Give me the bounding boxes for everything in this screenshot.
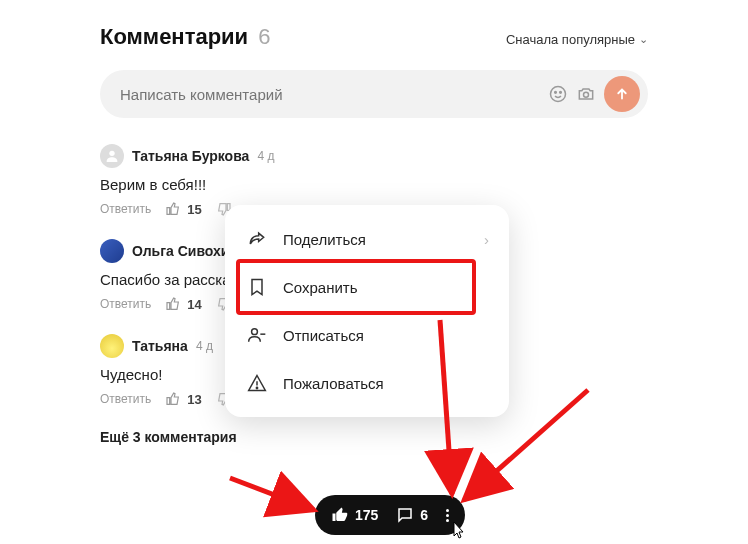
more-icon — [446, 509, 449, 512]
svg-line-9 — [230, 478, 314, 510]
menu-save[interactable]: Сохранить — [225, 263, 509, 311]
svg-point-1 — [555, 92, 557, 94]
context-menu: Поделиться › Сохранить Отписаться Пожало… — [225, 205, 509, 417]
menu-report[interactable]: Пожаловаться — [225, 359, 509, 407]
sort-label: Сначала популярные — [506, 32, 635, 47]
more-icon — [446, 514, 449, 517]
reply-button[interactable]: Ответить — [100, 297, 151, 311]
comment-author[interactable]: Татьяна — [132, 338, 188, 354]
share-icon — [247, 229, 267, 249]
svg-point-4 — [109, 151, 114, 156]
thumb-up-icon — [331, 506, 349, 524]
pill-like-button[interactable]: 175 — [331, 506, 378, 524]
person-remove-icon — [247, 325, 267, 345]
more-icon — [446, 519, 449, 522]
menu-unsubscribe[interactable]: Отписаться — [225, 311, 509, 359]
menu-unsubscribe-label: Отписаться — [283, 327, 364, 344]
bookmark-icon — [247, 277, 267, 297]
svg-point-2 — [560, 92, 562, 94]
emoji-icon[interactable] — [544, 80, 572, 108]
like-button[interactable]: 14 — [165, 296, 201, 312]
camera-icon[interactable] — [572, 80, 600, 108]
like-count: 14 — [187, 297, 201, 312]
menu-save-label: Сохранить — [283, 279, 358, 296]
thumb-up-icon — [165, 296, 181, 312]
reply-button[interactable]: Ответить — [100, 392, 151, 406]
svg-point-3 — [584, 92, 589, 97]
avatar[interactable] — [100, 239, 124, 263]
action-bar: 175 6 — [315, 495, 465, 535]
pill-more-button[interactable] — [446, 508, 449, 523]
warning-icon — [247, 373, 267, 393]
menu-report-label: Пожаловаться — [283, 375, 384, 392]
comments-title: Комментарии — [100, 24, 248, 50]
sort-select[interactable]: Сначала популярные ⌄ — [506, 32, 648, 47]
send-button[interactable] — [604, 76, 640, 112]
comment-age: 4 д — [196, 339, 213, 353]
comment-input[interactable] — [120, 86, 544, 103]
comment-author[interactable]: Татьяна Буркова — [132, 148, 249, 164]
pill-like-count: 175 — [355, 507, 378, 523]
svg-point-0 — [551, 87, 566, 102]
comment-icon — [396, 506, 414, 524]
like-button[interactable]: 13 — [165, 391, 201, 407]
chevron-down-icon: ⌄ — [639, 33, 648, 46]
avatar[interactable] — [100, 144, 124, 168]
pill-comments-button[interactable]: 6 — [396, 506, 428, 524]
comments-count: 6 — [258, 24, 270, 50]
pill-comments-count: 6 — [420, 507, 428, 523]
comment-body: Верим в себя!!! — [100, 176, 648, 193]
like-count: 15 — [187, 202, 201, 217]
avatar[interactable] — [100, 334, 124, 358]
svg-point-6 — [256, 387, 257, 388]
svg-point-5 — [252, 329, 258, 335]
menu-share-label: Поделиться — [283, 231, 366, 248]
comment-age: 4 д — [257, 149, 274, 163]
chevron-right-icon: › — [484, 231, 489, 248]
thumb-up-icon — [165, 391, 181, 407]
like-button[interactable]: 15 — [165, 201, 201, 217]
like-count: 13 — [187, 392, 201, 407]
show-more-comments[interactable]: Ещё 3 комментария — [100, 429, 648, 445]
thumb-up-icon — [165, 201, 181, 217]
menu-share[interactable]: Поделиться › — [225, 215, 509, 263]
comment-compose[interactable] — [100, 70, 648, 118]
reply-button[interactable]: Ответить — [100, 202, 151, 216]
